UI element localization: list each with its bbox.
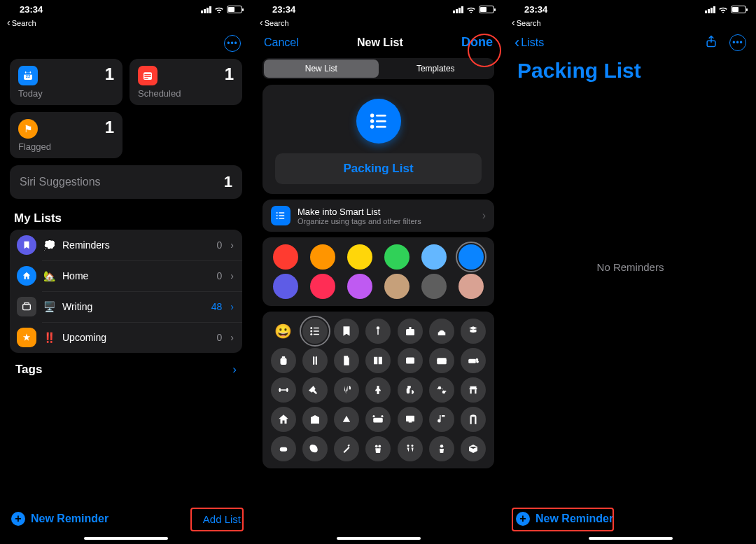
birthday-icon[interactable] [429, 319, 454, 344]
color-swatch[interactable] [421, 244, 447, 270]
chevron-right-icon: › [232, 363, 237, 377]
battery-icon [731, 6, 746, 13]
more-options-button[interactable]: ••• [729, 34, 746, 51]
gift-icon[interactable] [398, 319, 423, 344]
scheduled-card[interactable]: 1 Scheduled [130, 59, 242, 105]
home-indicator [589, 537, 673, 540]
svg-point-69 [411, 445, 413, 447]
color-swatch[interactable] [310, 244, 335, 270]
list-bullet-icon[interactable] [302, 319, 328, 344]
color-swatch[interactable] [458, 244, 484, 270]
people-icon[interactable] [365, 436, 391, 461]
flagged-card[interactable]: ⚑ 1 Flagged [10, 112, 122, 158]
color-swatch[interactable] [384, 244, 410, 270]
color-swatch[interactable] [347, 244, 372, 270]
ruler-icon[interactable] [302, 348, 328, 373]
box-icon[interactable] [461, 436, 486, 461]
backpack-icon[interactable] [271, 348, 296, 373]
family-icon[interactable] [398, 436, 423, 461]
list-item[interactable]: ‼️ Upcoming 0 › [10, 322, 242, 353]
music-note-icon[interactable] [429, 407, 454, 432]
list-emoji: 💭 [43, 239, 55, 251]
id-card-icon[interactable] [398, 348, 423, 373]
today-label: Today [18, 88, 43, 99]
color-swatch[interactable] [273, 274, 298, 299]
running-icon[interactable] [302, 377, 328, 403]
graduation-icon[interactable] [461, 319, 486, 344]
wifi-icon [718, 5, 728, 15]
smart-list-icon [271, 206, 290, 225]
utensils-icon[interactable] [334, 377, 359, 403]
list-item[interactable]: 🏡 Home 0 › [10, 260, 242, 291]
list-item[interactable]: 🖥️ Writing 48 › [10, 291, 242, 322]
chair-icon[interactable] [461, 377, 486, 403]
done-button[interactable]: Done [461, 35, 493, 50]
new-reminder-label: New Reminder [31, 512, 108, 525]
more-options-button[interactable]: ••• [224, 35, 241, 52]
list-item[interactable]: 💭 Reminders 0 › [10, 230, 242, 260]
add-list-button[interactable]: Add List [203, 513, 241, 525]
share-button[interactable] [704, 34, 718, 51]
tags-section[interactable]: Tags › [0, 353, 252, 377]
siri-suggestions-card[interactable]: Siri Suggestions 1 [10, 165, 242, 199]
siri-count: 1 [224, 173, 232, 191]
color-swatch[interactable] [458, 274, 484, 299]
bookmark-icon[interactable] [334, 319, 359, 344]
segment-templates[interactable]: Templates [379, 60, 493, 78]
svg-point-65 [281, 449, 282, 450]
svg-rect-2 [25, 71, 26, 74]
back-to-search[interactable]: Search [0, 17, 252, 29]
color-swatch[interactable] [421, 274, 447, 299]
headphones-icon[interactable] [461, 407, 486, 432]
carrot-icon[interactable] [334, 436, 359, 461]
bookmark-icon [17, 235, 36, 255]
svg-text:22: 22 [26, 74, 31, 78]
color-swatch[interactable] [347, 274, 372, 299]
list-name-input[interactable]: Packing List [275, 153, 482, 184]
svg-rect-60 [406, 416, 414, 421]
gamepad-icon[interactable] [271, 436, 296, 461]
svg-point-23 [310, 327, 312, 329]
star-icon [17, 328, 36, 347]
svg-point-29 [377, 326, 380, 330]
svg-rect-54 [475, 389, 477, 393]
flagged-label: Flagged [18, 141, 51, 152]
svg-point-67 [379, 445, 382, 447]
stethoscope-icon[interactable] [429, 377, 454, 403]
pills-icon[interactable] [398, 377, 423, 403]
emoji-smiley-icon[interactable]: 😀 [271, 319, 296, 344]
new-reminder-button[interactable]: + New Reminder [11, 512, 108, 526]
book-icon[interactable] [365, 348, 391, 373]
building-icon[interactable] [302, 407, 328, 432]
svg-point-15 [370, 125, 374, 128]
color-swatch[interactable] [310, 274, 335, 299]
back-to-search[interactable]: Search [505, 17, 756, 29]
pin-icon[interactable] [365, 319, 391, 344]
smart-list-row[interactable]: Make into Smart List Organize using tags… [262, 200, 494, 232]
money-icon[interactable] [461, 348, 486, 373]
tent-icon[interactable] [334, 407, 359, 432]
tv-icon[interactable] [365, 407, 391, 432]
wine-icon[interactable] [365, 377, 391, 403]
svg-rect-30 [378, 330, 379, 335]
leaf-icon[interactable] [302, 436, 328, 461]
dumbbell-icon[interactable] [271, 377, 296, 403]
new-reminder-button[interactable]: + New Reminder [516, 512, 613, 526]
cancel-button[interactable]: Cancel [264, 36, 299, 49]
segmented-control[interactable]: New List Templates [262, 58, 494, 79]
folder-icon [17, 297, 36, 316]
monitor-icon[interactable] [398, 407, 423, 432]
credit-card-icon[interactable] [429, 348, 454, 373]
color-swatch[interactable] [273, 244, 298, 270]
back-button[interactable]: ‹ Lists [514, 34, 544, 52]
svg-rect-57 [374, 418, 384, 423]
list-title: Packing List [505, 56, 756, 85]
document-icon[interactable] [334, 348, 359, 373]
back-to-search[interactable]: Search [253, 17, 504, 29]
color-swatch[interactable] [384, 274, 410, 299]
svg-rect-22 [279, 218, 284, 218]
segment-new-list[interactable]: New List [264, 60, 379, 78]
house-icon[interactable] [271, 407, 296, 432]
person-icon[interactable] [429, 436, 454, 461]
today-card[interactable]: 22 1 Today [10, 59, 122, 105]
